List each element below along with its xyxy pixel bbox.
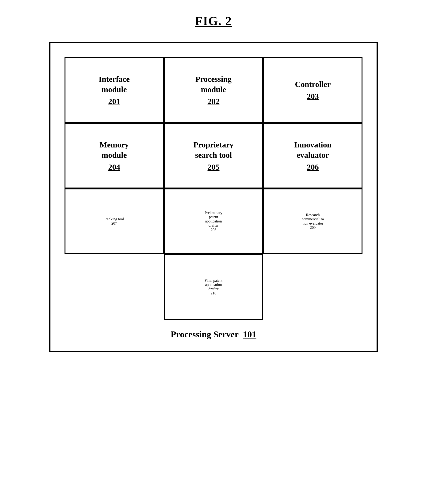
preliminary-patent-drafter-number: 208 (211, 228, 216, 232)
server-text: Processing Server (171, 329, 239, 339)
final-patent-drafter-number: 210 (211, 291, 216, 295)
controller-label: Controller (295, 79, 331, 89)
ranking-tool-label: Ranking tool (104, 217, 124, 221)
innovation-evaluator-box: Innovationevaluator 206 (263, 123, 362, 188)
memory-module-label: Memorymodule (99, 140, 129, 160)
final-patent-drafter-box: Final patentapplicationdrafter 210 (164, 254, 263, 320)
proprietary-search-tool-label: Proprietarysearch tool (193, 140, 233, 160)
server-label: Processing Server 101 (65, 329, 362, 340)
page-title: FIG. 2 (195, 14, 232, 28)
controller-number: 203 (307, 92, 319, 101)
preliminary-patent-drafter-label: Preliminarypatentapplicationdrafter (205, 211, 222, 228)
proprietary-search-tool-box: Proprietarysearch tool 205 (164, 123, 263, 188)
memory-module-number: 204 (108, 163, 120, 172)
processing-module-number: 202 (207, 97, 219, 106)
bottom-section: Ranking tool 207 Preliminarypatentapplic… (65, 188, 362, 320)
outer-container: Interfacemodule 201 Processingmodule 202… (49, 42, 378, 352)
research-commercialization-evaluator-box: Researchcommercialization evaluator 209 (263, 188, 362, 254)
interface-module-number: 201 (108, 97, 120, 106)
ranking-tool-number: 207 (111, 221, 117, 225)
interface-module-label: Interfacemodule (99, 74, 130, 95)
processing-module-label: Processingmodule (195, 74, 232, 95)
innovation-evaluator-label: Innovationevaluator (294, 140, 332, 160)
memory-module-box: Memorymodule 204 (65, 123, 164, 188)
research-commercialization-evaluator-label: Researchcommercialization evaluator (302, 213, 324, 225)
controller-box: Controller 203 (263, 57, 362, 123)
empty-bottom-left (65, 254, 164, 320)
ranking-tool-box: Ranking tool 207 (65, 188, 164, 254)
research-commercialization-evaluator-number: 209 (310, 225, 316, 230)
server-number: 101 (243, 329, 256, 339)
final-patent-drafter-label: Final patentapplicationdrafter (205, 279, 222, 291)
preliminary-patent-drafter-box: Preliminarypatentapplicationdrafter 208 (164, 188, 263, 254)
processing-module-box: Processingmodule 202 (164, 57, 263, 123)
interface-module-box: Interfacemodule 201 (65, 57, 164, 123)
empty-bottom-right (263, 254, 362, 320)
proprietary-search-tool-number: 205 (207, 163, 219, 172)
innovation-evaluator-number: 206 (307, 163, 319, 172)
